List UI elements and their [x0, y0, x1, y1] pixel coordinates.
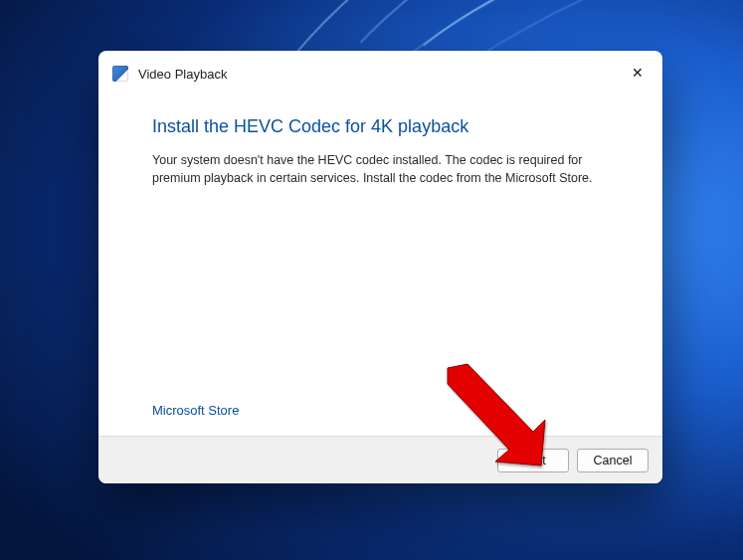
dialog-body-text: Your system doesn't have the HEVC codec …: [152, 151, 609, 187]
app-icon: [112, 66, 128, 82]
close-icon: ✕: [632, 66, 644, 80]
dialog-footer: Next Cancel: [98, 436, 662, 483]
cancel-button[interactable]: Cancel: [577, 449, 649, 472]
window-title: Video Playback: [138, 67, 227, 82]
close-button[interactable]: ✕: [619, 57, 656, 89]
dialog-window: Video Playback ✕ Install the HEVC Codec …: [98, 51, 662, 483]
next-button[interactable]: Next: [497, 449, 569, 472]
dialog-heading: Install the HEVC Codec for 4K playback: [152, 116, 609, 137]
microsoft-store-link[interactable]: Microsoft Store: [152, 403, 239, 418]
dialog-content: Install the HEVC Codec for 4K playback Y…: [98, 96, 662, 436]
title-bar[interactable]: Video Playback ✕: [98, 51, 662, 96]
